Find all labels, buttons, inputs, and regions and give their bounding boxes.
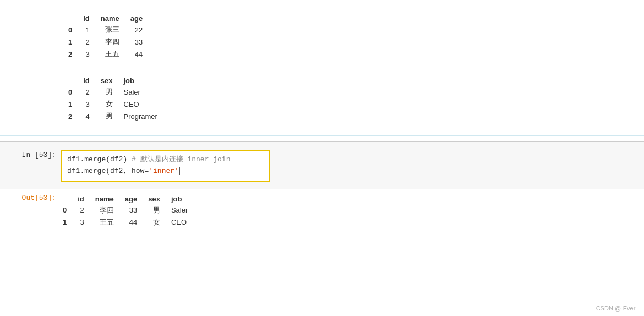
table2-row1-job: CEO <box>122 98 166 110</box>
out-row0-name: 李四 <box>93 204 123 216</box>
table1-row0-idx: 0 <box>66 24 81 36</box>
page-container: id name age 0 1 张三 22 1 2 李四 33 <box>0 0 644 316</box>
top-tables-section: id name age 0 1 张三 22 1 2 李四 33 <box>0 6 644 130</box>
table2-header-empty <box>66 75 81 86</box>
out-row1-id: 3 <box>75 216 93 228</box>
code-line-2: df1.merge(df2, how='inner' <box>67 166 263 177</box>
table2-row1-sex: 女 <box>99 98 122 110</box>
table1-row0-age: 22 <box>128 24 151 36</box>
table2-header-sex: sex <box>99 75 122 86</box>
output-table: id name age sex job 0 2 李四 33 男 Saler <box>61 194 197 228</box>
out-row1-name: 王五 <box>93 216 123 228</box>
watermark: CSDN @-Ever- <box>596 305 637 312</box>
table2-row1-idx: 1 <box>66 98 81 110</box>
table1-row0-name: 张三 <box>99 24 128 36</box>
out-header-name: name <box>93 194 123 204</box>
code-line-1: df1.merge(df2) # 默认是内连接 inner join <box>67 154 263 166</box>
out-row0-age: 33 <box>123 204 146 216</box>
table2-header-job: job <box>122 75 166 86</box>
table-row: 2 4 男 Programer <box>66 110 166 122</box>
table2-row2-idx: 2 <box>66 110 81 122</box>
code-line2-prefix: df1.merge(df2, how= <box>67 167 149 175</box>
table2-row0-job: Saler <box>122 86 166 98</box>
table2-row0-id: 2 <box>81 86 99 98</box>
table2-header-id: id <box>81 75 99 86</box>
out-row0-sex: 男 <box>146 204 169 216</box>
table-row: 2 3 王五 44 <box>66 48 151 60</box>
table1-row2-age: 44 <box>128 48 151 60</box>
out-row1-age: 44 <box>123 216 146 228</box>
table-row: 0 1 张三 22 <box>66 24 151 36</box>
table-gap <box>66 62 644 73</box>
table1-header-empty <box>66 13 81 24</box>
out-row0-idx: 0 <box>61 204 75 216</box>
out-row0-job: Saler <box>169 204 197 216</box>
table1: id name age 0 1 张三 22 1 2 李四 33 <box>66 13 151 60</box>
out-header-age: age <box>123 194 146 204</box>
table1-row2-idx: 2 <box>66 48 81 60</box>
table1-row2-id: 3 <box>81 48 99 60</box>
cursor <box>179 167 180 175</box>
out-row0-id: 2 <box>75 204 93 216</box>
out-header-job: job <box>169 194 197 204</box>
cell-in-label: In [53]: <box>0 150 61 159</box>
table1-row0-id: 1 <box>81 24 99 36</box>
out-row1-idx: 1 <box>61 216 75 228</box>
table-row: 0 2 男 Saler <box>66 86 166 98</box>
out-row1-job: CEO <box>169 216 197 228</box>
out-row1-sex: 女 <box>146 216 169 228</box>
table2-row1-id: 3 <box>81 98 99 110</box>
section-divider <box>0 135 644 136</box>
cell-input-section: In [53]: df1.merge(df2) # 默认是内连接 inner j… <box>0 141 644 189</box>
out-header-id: id <box>75 194 93 204</box>
code-line2-string: 'inner' <box>149 167 179 175</box>
table1-header-id: id <box>81 13 99 24</box>
table2-row2-job: Programer <box>122 110 166 122</box>
output-section: id name age sex job 0 2 李四 33 男 Saler <box>61 192 197 231</box>
cell-output-row: Out[53]: id name age sex job 0 <box>0 189 644 233</box>
cell-input-row: In [53]: df1.merge(df2) # 默认是内连接 inner j… <box>0 146 644 185</box>
out-header-empty <box>61 194 75 204</box>
code-box[interactable]: df1.merge(df2) # 默认是内连接 inner join df1.m… <box>61 150 270 182</box>
table-row: 1 3 王五 44 女 CEO <box>61 216 197 228</box>
table2-row0-idx: 0 <box>66 86 81 98</box>
table2-row2-id: 4 <box>81 110 99 122</box>
table2-row0-sex: 男 <box>99 86 122 98</box>
table1-row1-id: 2 <box>81 36 99 48</box>
table1-row1-age: 33 <box>128 36 151 48</box>
cell-out-label: Out[53]: <box>0 192 61 202</box>
table-row: 1 3 女 CEO <box>66 98 166 110</box>
table-row: 1 2 李四 33 <box>66 36 151 48</box>
code-line1-comment: # 默认是内连接 inner join <box>127 155 230 164</box>
out-header-sex: sex <box>146 194 169 204</box>
table1-row1-name: 李四 <box>99 36 128 48</box>
code-line1-prefix: df1.merge(df2) <box>67 155 127 164</box>
table1-row1-idx: 1 <box>66 36 81 48</box>
table2: id sex job 0 2 男 Saler 1 3 女 CEO <box>66 75 166 122</box>
table2-row2-sex: 男 <box>99 110 122 122</box>
table-row: 0 2 李四 33 男 Saler <box>61 204 197 216</box>
table1-row2-name: 王五 <box>99 48 128 60</box>
table1-header-name: name <box>99 13 128 24</box>
table1-header-age: age <box>128 13 151 24</box>
